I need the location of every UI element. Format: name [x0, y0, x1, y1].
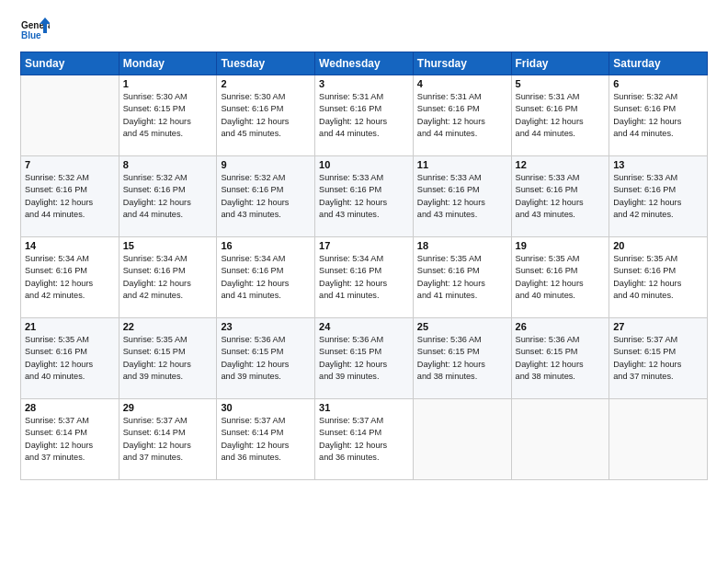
day-info: Sunrise: 5:34 AM Sunset: 6:16 PM Dayligh… [123, 253, 213, 302]
calendar-cell: 2Sunrise: 5:30 AM Sunset: 6:16 PM Daylig… [217, 75, 315, 156]
calendar-cell: 13Sunrise: 5:33 AM Sunset: 6:16 PM Dayli… [609, 156, 708, 237]
day-number: 10 [319, 159, 409, 170]
day-info: Sunrise: 5:37 AM Sunset: 6:14 PM Dayligh… [319, 415, 409, 464]
day-number: 22 [123, 321, 213, 332]
day-info: Sunrise: 5:35 AM Sunset: 6:16 PM Dayligh… [613, 253, 703, 302]
calendar-cell: 6Sunrise: 5:32 AM Sunset: 6:16 PM Daylig… [609, 75, 708, 156]
day-number: 14 [25, 240, 115, 251]
svg-text:Blue: Blue [21, 30, 41, 40]
calendar: SundayMondayTuesdayWednesdayThursdayFrid… [20, 52, 708, 480]
calendar-cell: 20Sunrise: 5:35 AM Sunset: 6:16 PM Dayli… [609, 237, 708, 318]
calendar-cell: 18Sunrise: 5:35 AM Sunset: 6:16 PM Dayli… [413, 237, 511, 318]
day-info: Sunrise: 5:34 AM Sunset: 6:16 PM Dayligh… [319, 253, 409, 302]
calendar-cell [413, 399, 511, 480]
day-number: 24 [319, 321, 409, 332]
day-info: Sunrise: 5:32 AM Sunset: 6:16 PM Dayligh… [221, 172, 311, 221]
day-number: 31 [319, 402, 409, 413]
day-info: Sunrise: 5:33 AM Sunset: 6:16 PM Dayligh… [613, 172, 703, 221]
calendar-cell: 15Sunrise: 5:34 AM Sunset: 6:16 PM Dayli… [119, 237, 217, 318]
calendar-cell: 16Sunrise: 5:34 AM Sunset: 6:16 PM Dayli… [217, 237, 315, 318]
day-info: Sunrise: 5:33 AM Sunset: 6:16 PM Dayligh… [516, 172, 606, 221]
day-number: 26 [516, 321, 606, 332]
day-info: Sunrise: 5:31 AM Sunset: 6:16 PM Dayligh… [417, 91, 507, 140]
day-info: Sunrise: 5:35 AM Sunset: 6:16 PM Dayligh… [25, 334, 115, 383]
weekday-header-friday: Friday [511, 52, 609, 75]
weekday-header-monday: Monday [119, 52, 217, 75]
day-number: 15 [123, 240, 213, 251]
weekday-header-row: SundayMondayTuesdayWednesdayThursdayFrid… [21, 52, 708, 75]
day-number: 13 [613, 159, 703, 170]
day-number: 27 [613, 321, 703, 332]
day-number: 21 [25, 321, 115, 332]
calendar-cell: 30Sunrise: 5:37 AM Sunset: 6:14 PM Dayli… [217, 399, 315, 480]
day-number: 9 [221, 159, 311, 170]
calendar-cell: 19Sunrise: 5:35 AM Sunset: 6:16 PM Dayli… [511, 237, 609, 318]
day-info: Sunrise: 5:36 AM Sunset: 6:15 PM Dayligh… [516, 334, 606, 383]
day-info: Sunrise: 5:34 AM Sunset: 6:16 PM Dayligh… [221, 253, 311, 302]
day-number: 20 [613, 240, 703, 251]
calendar-cell: 3Sunrise: 5:31 AM Sunset: 6:16 PM Daylig… [315, 75, 414, 156]
calendar-cell [21, 75, 119, 156]
weekday-header-saturday: Saturday [609, 52, 708, 75]
calendar-week-row: 28Sunrise: 5:37 AM Sunset: 6:14 PM Dayli… [21, 399, 708, 480]
logo: General Blue [20, 17, 50, 46]
day-info: Sunrise: 5:30 AM Sunset: 6:15 PM Dayligh… [123, 91, 213, 140]
calendar-cell: 12Sunrise: 5:33 AM Sunset: 6:16 PM Dayli… [511, 156, 609, 237]
day-number: 11 [417, 159, 507, 170]
weekday-header-tuesday: Tuesday [217, 52, 315, 75]
day-info: Sunrise: 5:37 AM Sunset: 6:15 PM Dayligh… [613, 334, 703, 383]
day-info: Sunrise: 5:36 AM Sunset: 6:15 PM Dayligh… [417, 334, 507, 383]
day-info: Sunrise: 5:30 AM Sunset: 6:16 PM Dayligh… [221, 91, 311, 140]
logo-svg: General Blue [20, 17, 50, 46]
day-info: Sunrise: 5:37 AM Sunset: 6:14 PM Dayligh… [25, 415, 115, 464]
calendar-week-row: 14Sunrise: 5:34 AM Sunset: 6:16 PM Dayli… [21, 237, 708, 318]
day-number: 1 [123, 78, 213, 89]
calendar-cell: 23Sunrise: 5:36 AM Sunset: 6:15 PM Dayli… [217, 318, 315, 399]
day-number: 6 [613, 78, 703, 89]
calendar-cell: 24Sunrise: 5:36 AM Sunset: 6:15 PM Dayli… [315, 318, 414, 399]
calendar-cell: 21Sunrise: 5:35 AM Sunset: 6:16 PM Dayli… [21, 318, 119, 399]
day-info: Sunrise: 5:31 AM Sunset: 6:16 PM Dayligh… [319, 91, 409, 140]
day-info: Sunrise: 5:35 AM Sunset: 6:16 PM Dayligh… [516, 253, 606, 302]
day-info: Sunrise: 5:36 AM Sunset: 6:15 PM Dayligh… [319, 334, 409, 383]
day-info: Sunrise: 5:32 AM Sunset: 6:16 PM Dayligh… [613, 91, 703, 140]
day-number: 29 [123, 402, 213, 413]
day-number: 12 [516, 159, 606, 170]
calendar-cell: 29Sunrise: 5:37 AM Sunset: 6:14 PM Dayli… [119, 399, 217, 480]
calendar-cell: 11Sunrise: 5:33 AM Sunset: 6:16 PM Dayli… [413, 156, 511, 237]
calendar-cell: 1Sunrise: 5:30 AM Sunset: 6:15 PM Daylig… [119, 75, 217, 156]
day-number: 28 [25, 402, 115, 413]
day-number: 5 [516, 78, 606, 89]
calendar-cell [511, 399, 609, 480]
calendar-cell: 4Sunrise: 5:31 AM Sunset: 6:16 PM Daylig… [413, 75, 511, 156]
day-number: 7 [25, 159, 115, 170]
calendar-cell: 14Sunrise: 5:34 AM Sunset: 6:16 PM Dayli… [21, 237, 119, 318]
day-number: 8 [123, 159, 213, 170]
weekday-header-wednesday: Wednesday [315, 52, 414, 75]
calendar-week-row: 1Sunrise: 5:30 AM Sunset: 6:15 PM Daylig… [21, 75, 708, 156]
day-number: 4 [417, 78, 507, 89]
day-info: Sunrise: 5:33 AM Sunset: 6:16 PM Dayligh… [417, 172, 507, 221]
calendar-week-row: 7Sunrise: 5:32 AM Sunset: 6:16 PM Daylig… [21, 156, 708, 237]
calendar-cell: 17Sunrise: 5:34 AM Sunset: 6:16 PM Dayli… [315, 237, 414, 318]
weekday-header-sunday: Sunday [21, 52, 119, 75]
calendar-cell: 27Sunrise: 5:37 AM Sunset: 6:15 PM Dayli… [609, 318, 708, 399]
day-number: 3 [319, 78, 409, 89]
day-number: 19 [516, 240, 606, 251]
day-info: Sunrise: 5:37 AM Sunset: 6:14 PM Dayligh… [221, 415, 311, 464]
header: General Blue [20, 17, 708, 46]
day-info: Sunrise: 5:31 AM Sunset: 6:16 PM Dayligh… [516, 91, 606, 140]
day-info: Sunrise: 5:33 AM Sunset: 6:16 PM Dayligh… [319, 172, 409, 221]
calendar-cell: 31Sunrise: 5:37 AM Sunset: 6:14 PM Dayli… [315, 399, 414, 480]
day-number: 18 [417, 240, 507, 251]
day-number: 17 [319, 240, 409, 251]
calendar-cell: 28Sunrise: 5:37 AM Sunset: 6:14 PM Dayli… [21, 399, 119, 480]
day-number: 30 [221, 402, 311, 413]
page: General Blue SundayMondayTuesdayWednesda… [0, 0, 728, 563]
calendar-cell: 8Sunrise: 5:32 AM Sunset: 6:16 PM Daylig… [119, 156, 217, 237]
day-number: 16 [221, 240, 311, 251]
day-info: Sunrise: 5:32 AM Sunset: 6:16 PM Dayligh… [123, 172, 213, 221]
calendar-cell: 7Sunrise: 5:32 AM Sunset: 6:16 PM Daylig… [21, 156, 119, 237]
calendar-cell: 5Sunrise: 5:31 AM Sunset: 6:16 PM Daylig… [511, 75, 609, 156]
day-info: Sunrise: 5:37 AM Sunset: 6:14 PM Dayligh… [123, 415, 213, 464]
